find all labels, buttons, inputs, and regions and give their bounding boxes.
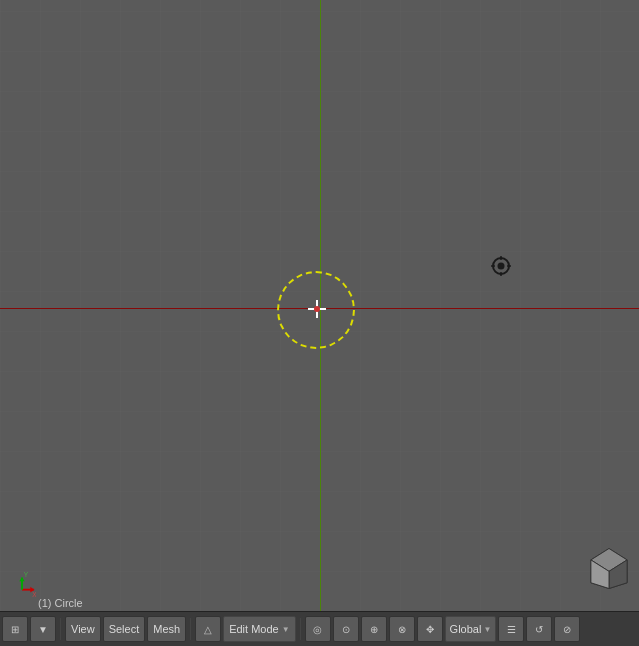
mesh-label: Mesh <box>153 623 180 635</box>
select-label: Select <box>109 623 140 635</box>
move-button[interactable]: ✥ <box>417 616 443 642</box>
snap-button[interactable]: ⊙ <box>333 616 359 642</box>
nav-cube[interactable] <box>589 546 629 591</box>
dropdown-button[interactable]: ▼ <box>30 616 56 642</box>
extra-icon: ⊘ <box>563 624 571 635</box>
view-menu[interactable]: View <box>65 616 101 642</box>
crosshair <box>308 300 326 318</box>
svg-marker-14 <box>19 578 25 582</box>
layer-button[interactable]: ⊗ <box>389 616 415 642</box>
svg-text:X: X <box>32 591 36 598</box>
layer-icon: ⊗ <box>398 624 406 635</box>
xy-indicator: X Y <box>8 571 38 601</box>
mode-label: Edit Mode <box>229 623 279 635</box>
dropdown-icon: ▼ <box>38 624 48 635</box>
grid-toggle-button[interactable]: ⊞ <box>2 616 28 642</box>
grid-icon: ⊞ <box>11 624 19 635</box>
global-dropdown-arrow: ▼ <box>483 625 491 634</box>
move-icon: ✥ <box>426 624 434 635</box>
extra-button[interactable]: ⊘ <box>554 616 580 642</box>
separator-3 <box>300 618 301 640</box>
cursor-3d <box>491 256 509 274</box>
viewport[interactable]: X Y (1) Circle <box>0 0 639 611</box>
global-dropdown[interactable]: Global ▼ <box>445 616 497 642</box>
snap-icon: ⊙ <box>342 624 350 635</box>
info-text: (1) Circle <box>38 597 83 609</box>
global-label: Global <box>450 623 482 635</box>
pivot-icon: ◎ <box>313 624 322 635</box>
edit-mode-dropdown[interactable]: Edit Mode ▼ <box>223 616 295 642</box>
separator-2 <box>190 618 191 640</box>
svg-text:Y: Y <box>24 571 29 578</box>
options-button[interactable]: ☰ <box>498 616 524 642</box>
mesh-icon: △ <box>204 624 212 635</box>
toolbar: ⊞ ▼ View Select Mesh △ Edit Mode ▼ ◎ ⊙ ⊕… <box>0 611 639 646</box>
mesh-menu[interactable]: Mesh <box>147 616 186 642</box>
svg-point-2 <box>498 263 505 270</box>
select-menu[interactable]: Select <box>103 616 146 642</box>
mode-dropdown-arrow: ▼ <box>282 625 290 634</box>
refresh-button[interactable]: ↺ <box>526 616 552 642</box>
mode-icon-button[interactable]: △ <box>195 616 221 642</box>
view-label: View <box>71 623 95 635</box>
proportional-icon: ⊕ <box>370 624 378 635</box>
separator-1 <box>60 618 61 640</box>
object-info: (1) Circle <box>38 597 83 609</box>
crosshair-center <box>314 306 320 312</box>
refresh-icon: ↺ <box>535 624 543 635</box>
proportional-button[interactable]: ⊕ <box>361 616 387 642</box>
options-icon: ☰ <box>507 624 516 635</box>
mesh-display-button[interactable]: ◎ <box>305 616 331 642</box>
